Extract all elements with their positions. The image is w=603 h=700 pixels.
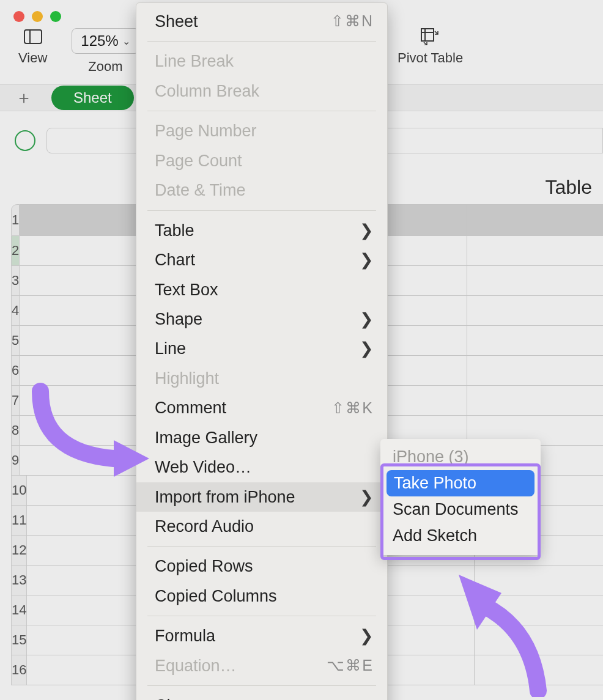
row-header[interactable]: 4 (11, 296, 20, 326)
window-traffic-lights (13, 11, 61, 22)
menu-item-table[interactable]: Table❯ (136, 216, 387, 245)
menu-item-column-break: Column Break (136, 76, 387, 106)
minimize-window-button[interactable] (32, 11, 43, 22)
chevron-right-icon: ❯ (360, 219, 374, 241)
menu-item-line-break: Line Break (136, 46, 387, 76)
menu-item-date-time: Date & Time (136, 175, 387, 205)
menu-item-text-box[interactable]: Text Box (136, 275, 387, 304)
zoom-window-button[interactable] (50, 11, 61, 22)
menu-item-choose[interactable]: Choose… (136, 691, 387, 700)
menu-item-label: Sheet (155, 10, 198, 32)
zoom-tool: 125% ⌄ Zoom (72, 28, 139, 75)
menu-item-web-video[interactable]: Web Video… (136, 452, 387, 482)
menu-item-label: Copied Columns (155, 585, 277, 607)
view-label: View (18, 50, 47, 66)
cell[interactable] (475, 655, 603, 685)
submenu-item-add-sketch[interactable]: Add Sketch (380, 523, 541, 549)
cell[interactable] (467, 386, 603, 416)
cell[interactable] (467, 296, 603, 326)
row-header[interactable]: 8 (11, 416, 20, 446)
table-title: Table (546, 176, 593, 199)
menu-item-equation: Equation…⌥⌘E (136, 651, 387, 680)
menu-item-comment[interactable]: Comment⇧⌘K (136, 393, 387, 422)
menu-item-label: Formula (155, 625, 215, 647)
row-header[interactable]: 3 (11, 266, 20, 296)
menu-separator (147, 41, 376, 42)
row-header[interactable]: 6 (11, 356, 20, 386)
menu-item-shape[interactable]: Shape❯ (136, 304, 387, 334)
add-sheet-button[interactable]: ＋ (0, 86, 48, 109)
menu-item-copied-rows[interactable]: Copied Rows (136, 551, 387, 581)
zoom-select[interactable]: 125% ⌄ (72, 28, 139, 54)
menu-item-label: Page Number (155, 120, 257, 142)
cell[interactable] (467, 326, 603, 356)
menu-item-label: Choose… (155, 694, 228, 700)
chevron-right-icon: ❯ (360, 625, 374, 647)
menu-item-label: Web Video… (155, 456, 251, 478)
row-header[interactable]: 13 (11, 566, 27, 595)
menu-item-label: Line Break (155, 50, 234, 72)
row-header[interactable]: 16 (11, 655, 27, 685)
menu-item-label: Column Break (155, 80, 259, 102)
menu-item-label: Date & Time (155, 179, 246, 201)
chevron-right-icon: ❯ (360, 308, 374, 330)
chevron-right-icon: ❯ (360, 486, 374, 508)
row-header[interactable]: 7 (11, 386, 20, 416)
table-selector-button[interactable] (15, 130, 35, 151)
menu-separator (147, 616, 376, 616)
cell[interactable] (475, 566, 603, 595)
zoom-value: 125% (81, 32, 118, 50)
menu-item-formula[interactable]: Formula❯ (136, 621, 387, 650)
menu-item-label: Image Gallery (155, 427, 257, 449)
menu-item-record-audio[interactable]: Record Audio (136, 512, 387, 541)
view-icon (23, 28, 43, 45)
cell[interactable] (467, 266, 603, 296)
chevron-down-icon: ⌄ (122, 35, 130, 47)
sheet-tab-label: Sheet (73, 89, 112, 106)
menu-item-label: Record Audio (155, 515, 254, 537)
menu-item-copied-columns[interactable]: Copied Columns (136, 581, 387, 611)
menu-item-line[interactable]: Line❯ (136, 334, 387, 363)
svg-rect-0 (24, 30, 42, 43)
row-header[interactable]: 14 (11, 595, 27, 625)
menu-item-label: Chart (155, 249, 195, 271)
submenu-device-header: iPhone (3) (380, 444, 541, 470)
menu-item-label: Copied Rows (155, 555, 253, 577)
cell[interactable] (467, 236, 603, 266)
menu-item-label: Shape (155, 308, 202, 330)
row-header[interactable]: 1 (11, 204, 20, 236)
menu-item-label: Table (155, 219, 194, 241)
zoom-label: Zoom (88, 59, 122, 75)
menu-item-sheet[interactable]: Sheet⇧⌘N (136, 7, 387, 36)
menu-item-page-count: Page Count (136, 146, 387, 175)
row-header[interactable]: 9 (11, 446, 20, 476)
submenu-item-scan-documents[interactable]: Scan Documents (380, 496, 541, 523)
menu-item-shortcut: ⌥⌘E (327, 655, 374, 676)
menu-separator (147, 111, 376, 111)
sheet-tab[interactable]: Sheet (51, 86, 134, 110)
menu-item-import-from-iphone[interactable]: Import from iPhone❯ (136, 482, 387, 512)
submenu-item-take-photo[interactable]: Take Photo (387, 470, 535, 496)
menu-item-chart[interactable]: Chart❯ (136, 245, 387, 274)
menu-item-page-number: Page Number (136, 116, 387, 146)
menu-item-image-gallery[interactable]: Image Gallery (136, 423, 387, 452)
menu-item-shortcut: ⇧⌘K (331, 398, 374, 419)
row-header[interactable]: 10 (11, 476, 27, 506)
view-tool[interactable]: View (18, 28, 47, 66)
menu-item-label: Line (155, 337, 186, 359)
menu-item-highlight: Highlight (136, 364, 387, 393)
close-window-button[interactable] (13, 11, 24, 22)
row-header[interactable]: 12 (11, 536, 27, 566)
row-header[interactable]: 15 (11, 625, 27, 655)
row-header[interactable]: 5 (11, 326, 20, 356)
menu-item-label: Equation… (155, 655, 237, 677)
cell[interactable] (475, 595, 603, 625)
chevron-right-icon: ❯ (360, 249, 374, 271)
row-header[interactable]: 2 (11, 236, 20, 266)
cell[interactable] (467, 356, 603, 386)
row-header[interactable]: 11 (11, 506, 27, 536)
menu-item-label: Comment (155, 397, 226, 419)
cell[interactable] (475, 625, 603, 655)
menu-item-label: Text Box (155, 279, 218, 301)
cell[interactable] (467, 204, 603, 236)
